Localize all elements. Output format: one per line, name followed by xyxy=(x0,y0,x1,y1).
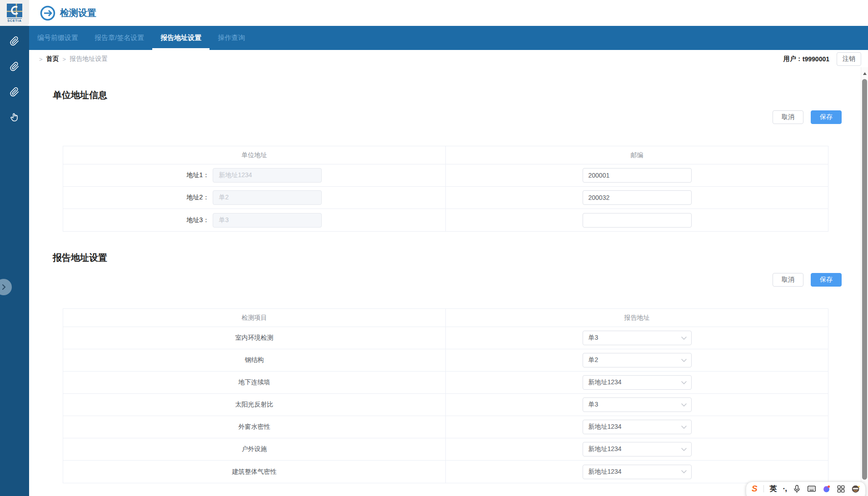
user-label: 用户： xyxy=(783,55,803,63)
scrollbar-thumb[interactable] xyxy=(862,79,867,480)
table-row: 地址3： xyxy=(63,209,828,231)
select-value: 新地址1234 xyxy=(589,378,622,387)
address-row-label: 地址1： xyxy=(187,171,210,179)
select-value: 新地址1234 xyxy=(589,445,622,453)
test-project-name: 太阳光反射比 xyxy=(235,401,274,409)
cancel-button[interactable]: 取消 xyxy=(773,273,803,287)
table-row: 外窗水密性 新地址1234 xyxy=(63,416,828,438)
select-value: 新地址1234 xyxy=(589,423,622,431)
report-address-select[interactable]: 单3 xyxy=(583,331,692,345)
cancel-button[interactable]: 取消 xyxy=(773,110,803,124)
chevron-down-icon xyxy=(681,426,687,429)
link-icon[interactable] xyxy=(9,35,20,46)
test-project-name: 户外设施 xyxy=(242,445,267,453)
settings-page: 单位地址信息 取消 保存 单位地址 邮编 地址1： xyxy=(29,68,868,483)
table-row: 户外设施 新地址1234 xyxy=(63,438,828,461)
zip-code-input[interactable] xyxy=(583,168,692,183)
unit-address-table-body: 地址1： 地址2： xyxy=(63,164,828,231)
tab-number-prefix-settings[interactable]: 编号前缀设置 xyxy=(29,26,86,50)
chevron-down-icon xyxy=(681,337,687,340)
column-header-zip: 邮编 xyxy=(446,146,828,164)
sidebar xyxy=(0,26,29,496)
breadcrumb-separator: > xyxy=(39,56,43,63)
breadcrumb-home[interactable]: 首页 xyxy=(46,55,59,63)
chevron-down-icon xyxy=(681,381,687,384)
link-icon[interactable] xyxy=(9,86,20,97)
top-navigation: 编号前缀设置 报告章/签名设置 报告地址设置 操作查询 xyxy=(29,26,868,50)
tab-label: 报告章/签名设置 xyxy=(95,34,144,42)
scroll-up-arrow[interactable] xyxy=(863,70,867,75)
report-address-select[interactable]: 单2 xyxy=(583,353,692,367)
save-button[interactable]: 保存 xyxy=(811,273,842,287)
punctuation-toggle[interactable]: ·, xyxy=(783,484,787,493)
address-row-label: 地址3： xyxy=(187,216,210,224)
report-address-select[interactable]: 新地址1234 xyxy=(583,465,692,479)
link-icon[interactable] xyxy=(9,61,20,72)
tab-label: 操作查询 xyxy=(218,34,245,42)
table-header-row: 检测项目 报告地址 xyxy=(63,309,828,327)
table-row: 室内环境检测 单3 xyxy=(63,327,828,349)
hand-click-icon[interactable] xyxy=(9,112,20,123)
keyboard-icon[interactable] xyxy=(807,484,816,493)
tab-label: 报告地址设置 xyxy=(160,34,201,42)
report-address-select[interactable]: 新地址1234 xyxy=(583,442,692,456)
tab-report-seal-signature-settings[interactable]: 报告章/签名设置 xyxy=(86,26,152,50)
table-row: 建筑整体气密性 新地址1234 xyxy=(63,461,828,483)
input-method-toolbar: S 英 ·, xyxy=(746,481,866,496)
emoji-icon[interactable] xyxy=(851,484,861,494)
zip-code-input[interactable] xyxy=(583,190,692,205)
logo-text: SCETIA xyxy=(7,18,22,22)
sogou-logo[interactable]: S xyxy=(752,484,758,494)
sidebar-expand-button[interactable] xyxy=(0,279,12,295)
unit-address-input[interactable] xyxy=(213,168,322,183)
chevron-right-icon xyxy=(1,284,6,290)
report-address-select[interactable]: 单3 xyxy=(583,397,692,412)
column-header-unit-address: 单位地址 xyxy=(63,146,446,164)
column-header-report-address: 报告地址 xyxy=(446,309,828,327)
save-button[interactable]: 保存 xyxy=(811,110,842,124)
unit-address-table: 单位地址 邮编 地址1： xyxy=(63,146,828,232)
tab-label: 编号前缀设置 xyxy=(37,34,78,42)
logout-button[interactable]: 注销 xyxy=(837,52,861,66)
table-row: 地址2： xyxy=(63,187,828,209)
chevron-down-icon xyxy=(681,359,687,362)
english-mode-toggle[interactable]: 英 xyxy=(770,484,777,494)
chevron-down-icon xyxy=(681,403,687,407)
breadcrumb-current: 报告地址设置 xyxy=(70,55,108,63)
page-title: 检测设置 xyxy=(60,7,96,19)
skin-icon[interactable] xyxy=(822,485,831,493)
report-address-table-body: 室内环境检测 单3 xyxy=(63,327,828,483)
microphone-icon[interactable] xyxy=(793,485,801,493)
scetia-logo-icon xyxy=(7,4,22,17)
main-content: > 首页 > 报告地址设置 用户： t9990001 注销 单位地址信息 取消 … xyxy=(29,50,868,496)
report-address-select[interactable]: 新地址1234 xyxy=(583,420,692,434)
user-id: t9990001 xyxy=(803,55,829,63)
toolbox-grid-icon[interactable] xyxy=(837,485,845,493)
chevron-down-icon xyxy=(681,448,687,451)
test-project-name: 外窗水密性 xyxy=(239,423,270,431)
report-address-select[interactable]: 新地址1234 xyxy=(583,375,692,390)
company-logo: SCETIA xyxy=(0,0,29,26)
select-value: 单3 xyxy=(589,401,599,409)
tab-report-address-settings[interactable]: 报告地址设置 xyxy=(152,26,210,50)
tab-operation-query[interactable]: 操作查询 xyxy=(210,26,253,50)
chevron-down-icon xyxy=(681,470,687,473)
unit-address-input[interactable] xyxy=(213,213,322,228)
table-row: 地址1： xyxy=(63,164,828,187)
test-project-name: 地下连续墙 xyxy=(239,378,270,387)
divider xyxy=(763,485,764,492)
select-value: 单3 xyxy=(589,334,599,342)
zip-code-input[interactable] xyxy=(583,213,692,228)
arrow-circle-icon xyxy=(40,5,55,21)
column-header-test-project: 检测项目 xyxy=(63,309,446,327)
table-row: 钢结构 单2 xyxy=(63,349,828,372)
breadcrumb-bar: > 首页 > 报告地址设置 用户： t9990001 注销 xyxy=(29,50,868,68)
unit-address-section-title: 单位地址信息 xyxy=(53,89,842,101)
unit-address-actions: 取消 保存 xyxy=(53,110,842,124)
report-address-section-title: 报告地址设置 xyxy=(53,252,842,264)
select-value: 新地址1234 xyxy=(589,468,622,476)
test-project-name: 钢结构 xyxy=(245,356,264,364)
table-row: 地下连续墙 新地址1234 xyxy=(63,372,828,394)
test-project-name: 室内环境检测 xyxy=(235,334,274,342)
unit-address-input[interactable] xyxy=(213,190,322,205)
